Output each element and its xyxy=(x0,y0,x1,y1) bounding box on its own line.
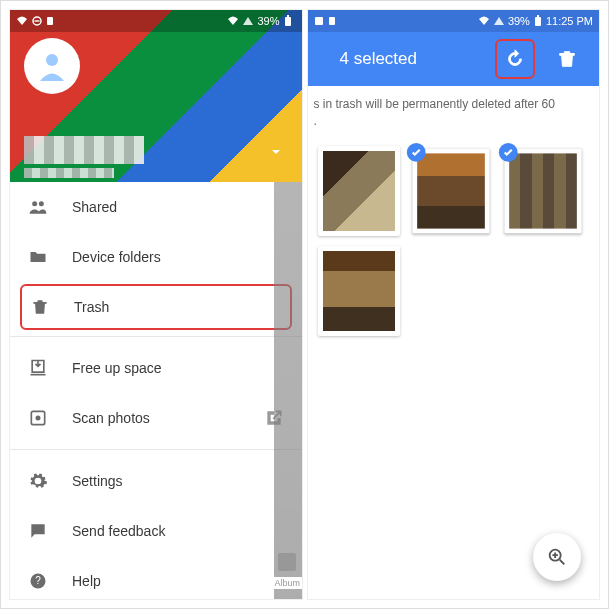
svg-rect-1 xyxy=(35,20,40,21)
photo-thumbnail[interactable] xyxy=(504,148,581,233)
divider xyxy=(10,449,302,450)
photo-image xyxy=(323,151,395,231)
divider xyxy=(10,336,302,337)
selection-check xyxy=(406,143,425,162)
wifi-icon xyxy=(16,15,28,27)
sidebar-item-label: Settings xyxy=(72,473,123,489)
svg-point-7 xyxy=(39,201,44,206)
photo-thumbnail[interactable] xyxy=(412,148,489,233)
do-not-disturb-icon xyxy=(32,16,42,26)
sidebar-item-label: Scan photos xyxy=(72,410,150,426)
trash-thumbnail-grid xyxy=(308,132,600,350)
gear-icon xyxy=(28,471,48,491)
check-icon xyxy=(410,146,421,157)
sidebar-item-scan-photos[interactable]: Scan photos xyxy=(10,393,302,443)
feedback-icon xyxy=(28,521,48,541)
card-icon xyxy=(46,16,54,26)
account-switcher[interactable] xyxy=(270,144,282,162)
trash-icon xyxy=(30,297,50,317)
svg-point-5 xyxy=(46,54,58,66)
drawer-header xyxy=(10,10,302,182)
signal-icon xyxy=(494,17,504,25)
nav-drawer-menu: Shared Device folders Trash Free up spac… xyxy=(10,182,302,600)
photo-thumbnail[interactable] xyxy=(318,246,400,336)
card-icon xyxy=(328,16,336,26)
person-icon xyxy=(34,48,70,84)
sidebar-item-label: Trash xyxy=(74,299,109,315)
status-bar-left: 39% xyxy=(10,10,302,32)
photo-image xyxy=(509,153,577,228)
svg-rect-12 xyxy=(315,17,323,25)
avatar[interactable] xyxy=(24,38,80,94)
scan-icon xyxy=(28,408,48,428)
svg-rect-4 xyxy=(287,15,289,17)
people-icon xyxy=(28,197,48,217)
svg-rect-14 xyxy=(535,17,541,26)
sidebar-item-label: Help xyxy=(72,573,101,589)
free-up-space-icon xyxy=(28,358,48,378)
sidebar-item-trash[interactable]: Trash xyxy=(20,284,292,330)
restore-button[interactable] xyxy=(495,39,535,79)
trash-retention-notice: s in trash will be permanently deleted a… xyxy=(308,86,600,132)
trash-icon xyxy=(556,48,578,70)
wifi-icon xyxy=(478,16,490,26)
check-icon xyxy=(502,146,513,157)
selection-count-title: 4 selected xyxy=(320,49,484,69)
left-screenshot: 39% Album Shared Device f xyxy=(9,9,303,600)
sidebar-item-help[interactable]: ? Help xyxy=(10,556,302,600)
battery-pct: 39% xyxy=(508,15,530,27)
status-bar-right: 39% 11:25 PM xyxy=(308,10,600,32)
account-name-redacted xyxy=(24,136,144,164)
albums-icon xyxy=(278,553,296,571)
svg-rect-13 xyxy=(329,17,335,25)
svg-point-6 xyxy=(32,201,37,206)
zoom-fab[interactable] xyxy=(533,533,581,581)
notice-line: . xyxy=(314,113,590,130)
albums-tab-label: Album xyxy=(272,577,303,589)
battery-icon xyxy=(284,15,292,27)
battery-icon xyxy=(534,15,542,27)
status-time: 11:25 PM xyxy=(546,15,593,27)
sidebar-item-send-feedback[interactable]: Send feedback xyxy=(10,506,302,556)
chevron-down-icon xyxy=(270,146,282,158)
photo-image xyxy=(323,251,395,331)
svg-text:?: ? xyxy=(35,575,41,586)
notice-line: s in trash will be permanently deleted a… xyxy=(314,96,590,113)
help-icon: ? xyxy=(28,571,48,591)
svg-rect-15 xyxy=(537,15,539,17)
sidebar-item-label: Free up space xyxy=(72,360,162,376)
folder-icon xyxy=(28,247,48,267)
sidebar-item-label: Device folders xyxy=(72,249,161,265)
selection-app-bar: 4 selected xyxy=(308,32,600,86)
sidebar-item-free-up-space[interactable]: Free up space xyxy=(10,343,302,393)
delete-forever-button[interactable] xyxy=(547,39,587,79)
restore-icon xyxy=(504,48,526,70)
photo-image xyxy=(417,153,485,228)
sidebar-item-settings[interactable]: Settings xyxy=(10,456,302,506)
sidebar-item-shared[interactable]: Shared xyxy=(10,182,302,232)
image-icon xyxy=(314,16,324,26)
battery-pct: 39% xyxy=(257,15,279,27)
right-screenshot: 39% 11:25 PM 4 selected s in trash will … xyxy=(307,9,601,600)
magnify-plus-icon xyxy=(546,546,568,568)
svg-point-9 xyxy=(36,416,41,421)
sidebar-item-device-folders[interactable]: Device folders xyxy=(10,232,302,282)
wifi-icon xyxy=(227,16,239,26)
sidebar-item-label: Send feedback xyxy=(72,523,165,539)
sidebar-item-label: Shared xyxy=(72,199,117,215)
svg-rect-2 xyxy=(47,17,53,25)
selection-check xyxy=(498,143,517,162)
photo-thumbnail[interactable] xyxy=(318,146,400,236)
svg-rect-3 xyxy=(285,17,291,26)
signal-icon xyxy=(243,17,253,25)
account-email-redacted xyxy=(24,168,114,178)
